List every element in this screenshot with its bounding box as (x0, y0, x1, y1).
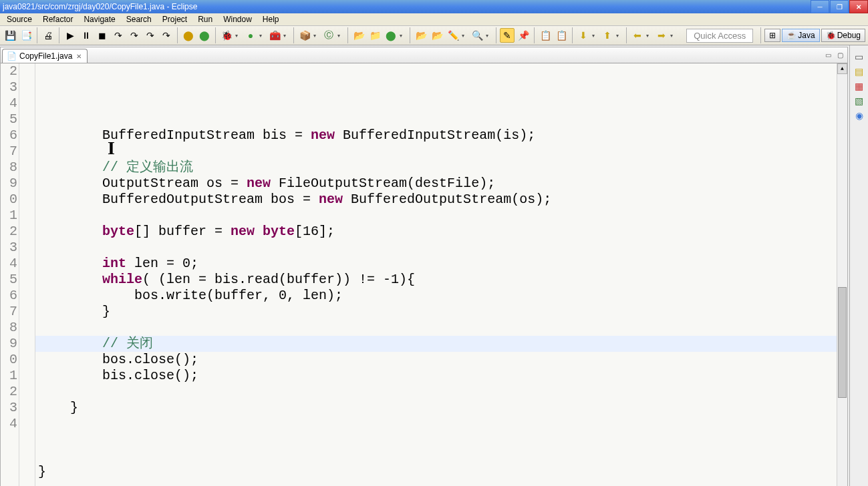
debug-resume-icon[interactable]: ▶ (63, 28, 78, 43)
code-line[interactable]: byte[] buffer = new byte[16]; (38, 224, 837, 240)
menu-navigate[interactable]: Navigate (78, 13, 120, 25)
code-line[interactable]: bos.close(); (38, 352, 837, 368)
menu-run[interactable]: Run (192, 13, 218, 25)
code-line[interactable] (38, 320, 837, 336)
code-line[interactable]: int len = 0; (38, 256, 837, 272)
code-line[interactable]: bis.close(); (38, 368, 837, 384)
maximize-button[interactable]: ❐ (830, 0, 849, 13)
pin-editor-icon[interactable]: 📌 (516, 28, 531, 43)
code-line[interactable] (38, 480, 837, 486)
skip-breakpoints-icon[interactable]: ⬤ (181, 28, 196, 43)
code-line[interactable]: } (38, 304, 837, 320)
code-line[interactable] (38, 384, 837, 400)
nav-back-icon[interactable]: ⬅ (630, 28, 645, 43)
dropdown-icon[interactable]: ▾ (670, 33, 677, 39)
dropdown-icon[interactable]: ▾ (616, 33, 623, 39)
dropdown-icon[interactable]: ▾ (462, 33, 468, 39)
code-editor[interactable]: 23456789012345678901234 I BufferedInputS… (1, 63, 847, 486)
next-annotation-icon[interactable]: ⬇ (576, 28, 591, 43)
debug-stepreturn-icon[interactable]: ↷ (159, 28, 174, 43)
outline-view-icon[interactable]: ▤ (855, 67, 864, 76)
new-server-icon[interactable]: ⬤ (384, 28, 398, 43)
maximize-view-icon[interactable]: ▢ (835, 50, 845, 59)
menu-help[interactable]: Help (257, 13, 285, 25)
debug-button[interactable]: 🐞 (219, 28, 234, 43)
code-line[interactable] (38, 240, 837, 256)
new-project-icon[interactable]: 📁 (368, 28, 382, 43)
dropdown-icon[interactable]: ▾ (283, 33, 290, 39)
menu-refactor[interactable]: Refactor (37, 13, 78, 25)
restore-view-icon[interactable]: ▭ (855, 52, 864, 61)
code-line[interactable]: } (38, 400, 837, 416)
dropdown-icon[interactable]: ▾ (400, 33, 406, 39)
dropdown-icon[interactable]: ▾ (646, 33, 653, 39)
vertical-scrollbar[interactable]: ▲ ▼ (837, 63, 847, 486)
code-line[interactable]: BufferedInputStream bis = new BufferedIn… (38, 128, 837, 144)
toolbar-separator (760, 27, 761, 43)
tasklist-view-icon[interactable]: ▦ (855, 81, 864, 91)
code-line[interactable] (38, 144, 837, 160)
debug-stop-icon[interactable]: ◼ (95, 28, 110, 43)
code-line[interactable] (38, 208, 837, 224)
dropdown-icon[interactable]: ▾ (337, 33, 344, 39)
code-line[interactable] (38, 416, 837, 432)
menu-project[interactable]: Project (157, 13, 192, 25)
open-type-icon[interactable]: 📂 (351, 28, 366, 43)
open-resource-icon[interactable]: 📂 (430, 28, 444, 43)
code-line[interactable]: // 定义输出流 (38, 160, 837, 176)
annotations-icon[interactable]: ✏️ (446, 28, 460, 43)
task-icon-2[interactable]: 📋 (554, 28, 569, 43)
close-tab-icon[interactable]: ✕ (75, 53, 83, 60)
run-button[interactable]: ● (243, 28, 258, 43)
toggle-breakpoint-icon[interactable]: ⬤ (197, 28, 212, 43)
code-line[interactable]: bos.write(buffer, 0, len); (38, 288, 837, 304)
code-line[interactable] (38, 448, 837, 464)
save-button[interactable]: 💾 (3, 28, 17, 43)
debug-step-icon[interactable]: ↷ (111, 28, 126, 43)
java-perspective-label: Java (798, 31, 815, 40)
dropdown-icon[interactable]: ▾ (259, 33, 266, 39)
save-all-button[interactable]: 📑 (19, 28, 33, 43)
prev-annotation-icon[interactable]: ⬆ (600, 28, 615, 43)
external-tools-button[interactable]: 🧰 (267, 28, 282, 43)
code-line[interactable]: while( (len = bis.read(buffer)) != -1){ (38, 272, 837, 288)
code-line[interactable]: OutputStream os = new FileOutputStream(d… (38, 176, 837, 192)
toolbar-separator (215, 27, 216, 43)
outline-tree-icon[interactable]: ▧ (855, 96, 864, 105)
open-perspective-button[interactable]: ⊞ (764, 29, 780, 42)
editor-tab-copyfile1[interactable]: 📄 CopyFile1.java ✕ (2, 49, 88, 63)
search-toolbar-icon[interactable]: 🔍 (470, 28, 484, 43)
task-icon[interactable]: 📋 (538, 28, 553, 43)
minimize-view-icon[interactable]: ▭ (823, 50, 833, 59)
open-folder-icon[interactable]: 📂 (414, 28, 428, 43)
dropdown-icon[interactable]: ▾ (235, 33, 242, 39)
code-line[interactable]: BufferedOutputStream bos = new BufferedO… (38, 192, 837, 208)
dropdown-icon[interactable]: ▾ (486, 33, 492, 39)
misc-view-icon[interactable]: ◉ (855, 111, 864, 120)
new-package-icon[interactable]: 📦 (297, 28, 312, 43)
menu-source[interactable]: Source (1, 13, 37, 25)
quick-access-input[interactable]: Quick Access (686, 29, 753, 43)
marker-icon[interactable]: ✎ (500, 28, 515, 43)
scroll-track[interactable] (837, 74, 847, 486)
minimize-button[interactable]: ─ (811, 0, 829, 13)
code-content[interactable]: BufferedInputStream bis = new BufferedIn… (38, 128, 837, 486)
debug-stepout-icon[interactable]: ↷ (143, 28, 158, 43)
dropdown-icon[interactable]: ▾ (592, 33, 599, 39)
debug-perspective-button[interactable]: 🐞 Debug (821, 29, 865, 42)
debug-pause-icon[interactable]: ⏸ (79, 28, 94, 43)
code-line[interactable]: // 关闭 (38, 336, 837, 352)
menu-search[interactable]: Search (121, 13, 157, 25)
print-icon[interactable]: 🖨 (41, 28, 55, 43)
dropdown-icon[interactable]: ▾ (313, 33, 320, 39)
nav-forward-icon[interactable]: ➡ (654, 28, 669, 43)
code-line[interactable] (38, 432, 837, 448)
menu-window[interactable]: Window (218, 13, 257, 25)
close-window-button[interactable]: ✕ (849, 0, 868, 13)
java-perspective-button[interactable]: ☕ Java (782, 29, 819, 42)
scroll-up-button[interactable]: ▲ (837, 63, 847, 74)
debug-stepover-icon[interactable]: ↷ (127, 28, 142, 43)
code-line[interactable]: } (38, 464, 837, 480)
scroll-thumb[interactable] (838, 287, 847, 398)
new-class-icon[interactable]: Ⓒ (321, 28, 336, 43)
